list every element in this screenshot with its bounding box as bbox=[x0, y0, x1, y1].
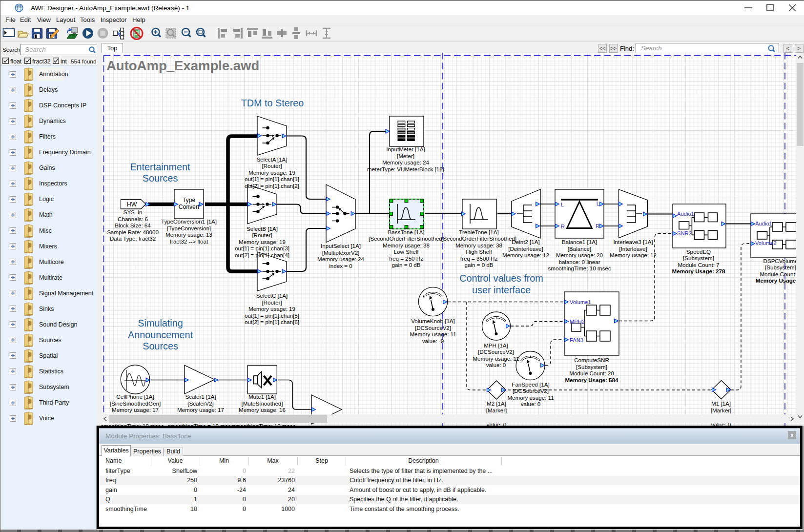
svg-text:[MuteSmoothed]: [MuteSmoothed] bbox=[241, 400, 283, 407]
svg-text:user interface: user interface bbox=[472, 285, 531, 295]
svg-text:Interleave3 [1A]: Interleave3 [1A] bbox=[613, 239, 653, 245]
svg-text:Memory Usage: 584: Memory Usage: 584 bbox=[565, 377, 618, 383]
svg-text:gain = 0 dB: gain = 0 dB bbox=[465, 262, 494, 268]
svg-text:Memory usage: 24: Memory usage: 24 bbox=[382, 159, 430, 165]
svg-text:[SecondOrderFilterSmoothed]: [SecondOrderFilterSmoothed] bbox=[441, 235, 516, 242]
svg-text:value: 0: value: 0 bbox=[486, 362, 506, 368]
svg-text:Memory usage: 17: Memory usage: 17 bbox=[112, 407, 159, 413]
svg-text:L: L bbox=[597, 201, 599, 206]
svg-text:R: R bbox=[596, 223, 599, 229]
svg-text:Memory usage: 38: Memory usage: 38 bbox=[383, 242, 430, 248]
svg-text:Block Size: 64: Block Size: 64 bbox=[115, 222, 151, 228]
svg-text:FAN3: FAN3 bbox=[570, 337, 583, 343]
svg-text:SelectA [1A]: SelectA [1A] bbox=[256, 156, 287, 163]
svg-text:M1 [1A]: M1 [1A] bbox=[711, 400, 731, 407]
svg-text:Sample Rate: 48000: Sample Rate: 48000 bbox=[107, 229, 159, 235]
svg-text:Memory usage: 24: Memory usage: 24 bbox=[317, 256, 365, 262]
svg-text:Data Type: fract32: Data Type: fract32 bbox=[110, 235, 156, 242]
svg-text:Module Count: 20: Module Count: 20 bbox=[569, 370, 614, 376]
svg-text:Entertainment: Entertainment bbox=[130, 162, 190, 172]
svg-text:Memory usage: 38: Memory usage: 38 bbox=[455, 242, 502, 248]
svg-text:Mute1 [1A]: Mute1 [1A] bbox=[248, 393, 276, 400]
svg-text:[DCSourceV2]: [DCSourceV2] bbox=[415, 325, 451, 331]
svg-text:Convert: Convert bbox=[179, 204, 200, 210]
svg-text:Memory usage: 11: Memory usage: 11 bbox=[507, 394, 554, 401]
svg-text:[Subsystem]: [Subsystem] bbox=[683, 255, 714, 261]
svg-text:out[2] = pin[1].chan[4]: out[2] = pin[1].chan[4] bbox=[235, 252, 289, 258]
svg-text:Memory usage: 20: Memory usage: 20 bbox=[556, 252, 603, 258]
svg-text:Type: Type bbox=[183, 197, 196, 204]
svg-text:M2 [1A]: M2 [1A] bbox=[487, 400, 506, 407]
svg-text:Volume1: Volume1 bbox=[570, 299, 591, 305]
svg-text:TypeConversion1 [1A]: TypeConversion1 [1A] bbox=[161, 218, 217, 225]
svg-text:Announcement: Announcement bbox=[128, 329, 193, 340]
svg-text:Memory usage: 12: Memory usage: 12 bbox=[502, 252, 549, 258]
svg-text:L: L bbox=[561, 202, 564, 207]
svg-text:Memory usage: 16: Memory usage: 16 bbox=[239, 407, 286, 413]
svg-text:index = 0: index = 0 bbox=[329, 263, 352, 269]
svg-text:[Marker]: [Marker] bbox=[711, 407, 732, 413]
svg-text:BassTone [1A]: BassTone [1A] bbox=[388, 229, 425, 235]
svg-text:R: R bbox=[561, 224, 565, 229]
svg-text:[Router]: [Router] bbox=[262, 299, 282, 306]
svg-text:Channels: 6: Channels: 6 bbox=[118, 216, 148, 222]
svg-text:[Meter]: [Meter] bbox=[397, 153, 414, 159]
svg-text:[Balance]: [Balance] bbox=[568, 246, 591, 252]
svg-text:[ScalerV2]: [ScalerV2] bbox=[187, 400, 214, 407]
svg-text:gain = 0 dB: gain = 0 dB bbox=[392, 262, 421, 268]
svg-text:InputSelect [1A]: InputSelect [1A] bbox=[321, 243, 361, 249]
svg-text:meterType: VUMeterBlock [18]: meterType: VUMeterBlock [18] bbox=[367, 166, 444, 172]
svg-text:Memory Usage: 278: Memory Usage: 278 bbox=[672, 268, 725, 274]
svg-text:Memory usage: 19: Memory usage: 19 bbox=[248, 306, 295, 312]
svg-text:TrebleTone [1A]: TrebleTone [1A] bbox=[459, 229, 498, 235]
svg-text:VolumeKnob [1A]: VolumeKnob [1A] bbox=[411, 318, 455, 324]
svg-text:Memory usage: 11: Memory usage: 11 bbox=[473, 355, 519, 362]
svg-text:out[1] = pin[1].chan[3]: out[1] = pin[1].chan[3] bbox=[235, 245, 289, 251]
svg-text:SelectB [1A]: SelectB [1A] bbox=[247, 225, 278, 232]
svg-text:[MultiplexorV2]: [MultiplexorV2] bbox=[322, 249, 360, 256]
svg-text:out[1] = pin[1].chan[1]: out[1] = pin[1].chan[1] bbox=[245, 176, 299, 182]
svg-text:Memory usage: 19: Memory usage: 19 bbox=[248, 169, 295, 176]
svg-text:out[2] = pin[1].chan[6]: out[2] = pin[1].chan[6] bbox=[245, 319, 299, 325]
svg-text:[SecondOrderFilterSmoothed]: [SecondOrderFilterSmoothed] bbox=[369, 235, 444, 242]
svg-text:Control values from: Control values from bbox=[459, 273, 543, 284]
svg-text:HW: HW bbox=[127, 201, 137, 208]
svg-text:AutoAmp_Example.awd: AutoAmp_Example.awd bbox=[106, 58, 259, 73]
svg-text:Memory usage: 13: Memory usage: 13 bbox=[165, 231, 212, 238]
svg-text:fract32 --> float: fract32 --> float bbox=[170, 238, 208, 245]
svg-text:[DCSourceV2]: [DCSourceV2] bbox=[513, 388, 549, 394]
svg-text:[Marker]: [Marker] bbox=[486, 407, 507, 413]
svg-text:Module Count: 7: Module Count: 7 bbox=[678, 262, 719, 268]
svg-text:Low Shelf: Low Shelf bbox=[394, 248, 419, 255]
svg-text:ComputeSNR: ComputeSNR bbox=[574, 357, 609, 363]
svg-text:[Subsystem]: [Subsystem] bbox=[576, 364, 607, 370]
svg-text:[Interleave]: [Interleave] bbox=[619, 246, 647, 252]
svg-text:[TypeConversion]: [TypeConversion] bbox=[167, 225, 211, 231]
svg-text:out[1] = pin[1].chan[5]: out[1] = pin[1].chan[5] bbox=[245, 312, 299, 319]
svg-text:DSPCVolume: DSPCVolume bbox=[763, 258, 798, 264]
svg-text:Scaler1 [1A]: Scaler1 [1A] bbox=[185, 393, 216, 400]
svg-text:SelectC [1A]: SelectC [1A] bbox=[256, 292, 288, 299]
svg-text:Sources: Sources bbox=[143, 341, 178, 351]
svg-text:SNR2: SNR2 bbox=[677, 230, 692, 236]
svg-text:Volume2: Volume2 bbox=[755, 240, 777, 246]
svg-text:MPH [1A]: MPH [1A] bbox=[484, 342, 508, 348]
svg-text:value: -9: value: -9 bbox=[422, 338, 444, 344]
svg-text:SYS_in: SYS_in bbox=[124, 209, 143, 215]
svg-text:[Router]: [Router] bbox=[252, 232, 272, 238]
svg-text:[Router]: [Router] bbox=[262, 163, 282, 169]
svg-text:[Deinterleave]: [Deinterleave] bbox=[508, 246, 543, 252]
svg-text:Memory usage: 11: Memory usage: 11 bbox=[410, 331, 456, 337]
svg-text:FanSpeed [1A]: FanSpeed [1A] bbox=[512, 381, 549, 388]
svg-text:[DCSourceV2]: [DCSourceV2] bbox=[478, 348, 514, 355]
svg-text:TDM to Stereo: TDM to Stereo bbox=[241, 98, 304, 108]
svg-text:[SineSmoothedGen]: [SineSmoothedGen] bbox=[110, 400, 161, 407]
svg-text:balance: 0 linear: balance: 0 linear bbox=[558, 259, 600, 265]
svg-text:Audio1: Audio1 bbox=[755, 221, 772, 226]
svg-text:Memory usage: 17: Memory usage: 17 bbox=[177, 407, 224, 413]
svg-text:Simulating: Simulating bbox=[138, 318, 183, 328]
svg-text:Deint2 [1A]: Deint2 [1A] bbox=[512, 239, 539, 245]
svg-text:Balance1 [1A]: Balance1 [1A] bbox=[562, 239, 597, 245]
svg-text:Module Count: 5: Module Count: 5 bbox=[760, 271, 801, 277]
svg-text:freq = 3500 Hz: freq = 3500 Hz bbox=[460, 255, 498, 262]
